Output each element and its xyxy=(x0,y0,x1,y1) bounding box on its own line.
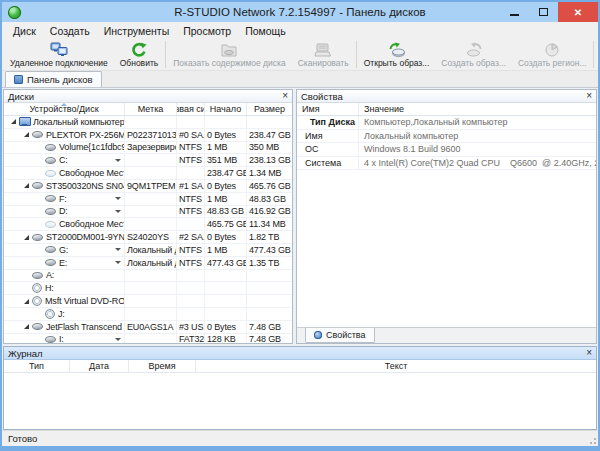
table-row[interactable]: JetFlash Transcend 8GB ...EU0AGS1A#3 US.… xyxy=(4,321,292,334)
close-icon[interactable]: × xyxy=(586,91,592,101)
chevron-down-icon[interactable] xyxy=(115,261,121,264)
toolbar-button: Показать содержимое диска xyxy=(167,40,291,70)
menu-item[interactable]: Просмотр xyxy=(176,23,238,39)
label-cell xyxy=(124,154,176,166)
resize-grip[interactable] xyxy=(587,435,596,444)
chevron-down-icon[interactable] xyxy=(115,248,121,251)
size-cell: 11.34 MB xyxy=(246,218,292,230)
label-cell xyxy=(124,308,176,320)
close-icon[interactable]: × xyxy=(586,348,592,358)
table-row[interactable]: I:FAT32128 KB7.48 GB xyxy=(4,334,292,343)
table-row[interactable]: C:NTFS351 MB238.13 GB xyxy=(4,154,292,167)
column-header[interactable]: звая си xyxy=(176,103,204,115)
filesystem-cell: NTFS xyxy=(176,206,204,218)
log-column-header[interactable]: Время xyxy=(129,360,196,372)
table-row[interactable]: Свободное Место25465.75 GB11.34 MB xyxy=(4,218,292,231)
refresh-icon xyxy=(131,41,147,58)
toolbar-button-label: Создать образ... xyxy=(441,58,506,68)
column-header[interactable]: Метка xyxy=(124,103,176,115)
property-row: ОСWindows 8.1 Build 9600 xyxy=(297,143,596,157)
toolbar-button[interactable]: Создать виртуальный RAID xyxy=(595,40,600,70)
device-name: Свободное Место22 xyxy=(59,168,124,178)
column-name[interactable]: Имя xyxy=(297,103,358,115)
titlebar: R-STUDIO Network 7.2.154997 - Панель дис… xyxy=(2,2,598,22)
start-cell xyxy=(204,308,246,320)
menu-item[interactable]: Создать xyxy=(43,23,97,39)
tab-strip: Панель дисков xyxy=(2,71,598,88)
table-row[interactable]: H: xyxy=(4,282,292,295)
label-cell xyxy=(124,206,176,218)
filesystem-cell: NTFS xyxy=(176,244,204,256)
table-row[interactable]: J: xyxy=(4,308,292,321)
column-value[interactable]: Значение xyxy=(358,103,596,115)
label-cell: EU0AGS1A xyxy=(124,321,176,333)
expander[interactable] xyxy=(21,183,32,188)
toolbar-button[interactable]: Открыть образ... xyxy=(358,40,436,70)
minimize-icon xyxy=(510,14,519,16)
property-row: Тип ДискаКомпьютер,Локальный компьютер xyxy=(297,116,596,130)
toolbar-button[interactable]: Обновить xyxy=(114,40,165,70)
filesystem-cell: #2 SA... xyxy=(176,231,204,243)
filesystem-cell: NTFS xyxy=(176,257,204,269)
toolbar-button-label: Сканировать xyxy=(298,58,349,68)
chevron-down-icon[interactable] xyxy=(115,210,121,213)
cd-icon xyxy=(32,283,42,293)
table-row[interactable]: D:NTFS48.83 GB416.92 GB xyxy=(4,206,292,219)
device-cell: Свободное Место25 xyxy=(4,218,124,230)
table-row[interactable]: E:Локальный д...NTFS477.43 GB1.35 TB xyxy=(4,257,292,270)
column-header[interactable]: Устройство/Диск xyxy=(4,103,124,115)
table-row[interactable]: PLEXTOR PX-256M5Pro ...P02237101359#0 SA… xyxy=(4,129,292,142)
column-header[interactable]: Начало xyxy=(204,103,246,115)
table-row[interactable]: Локальный компьютер xyxy=(4,116,292,129)
maximize-button[interactable] xyxy=(529,2,558,22)
table-row[interactable]: ST2000DM001-9YN164 ...S24020YS#2 SA...0 … xyxy=(4,231,292,244)
size-cell: 1.35 TB xyxy=(246,257,292,269)
property-name: Имя xyxy=(297,130,358,143)
hdd-icon xyxy=(45,259,56,266)
size-cell: 1.34 MB xyxy=(246,167,292,179)
device-cell: C: xyxy=(4,154,124,166)
start-cell xyxy=(204,295,246,307)
filesystem-cell: NTFS xyxy=(176,193,204,205)
tab-disk-panel[interactable]: Панель дисков xyxy=(5,71,102,87)
table-row[interactable]: Msft Virtual DVD-ROM 1.0 xyxy=(4,295,292,308)
start-cell xyxy=(204,270,246,282)
toolbar-button[interactable]: Удаленное подключение xyxy=(4,40,114,70)
start-cell: 1 MB xyxy=(204,244,246,256)
log-column-header[interactable]: Тип xyxy=(4,360,70,372)
chevron-down-icon[interactable] xyxy=(115,338,121,341)
column-header[interactable]: Размер xyxy=(246,103,292,115)
minimize-button[interactable] xyxy=(500,2,529,22)
menu-item[interactable]: Помощь xyxy=(238,23,293,39)
table-row[interactable]: ST3500320NS SN049QM1TPEM#1 SA...0 Bytes4… xyxy=(4,180,292,193)
size-cell xyxy=(246,270,292,282)
filesystem-cell: NTFS xyxy=(176,154,204,166)
table-row[interactable]: G:Локальный д...NTFS1 MB477.43 GB xyxy=(4,244,292,257)
tab-properties[interactable]: Свойства xyxy=(305,328,375,343)
menu-item[interactable]: Инструменты xyxy=(97,23,176,39)
log-column-header[interactable]: Текст xyxy=(196,360,596,372)
expander[interactable] xyxy=(21,324,32,329)
table-row[interactable]: A: xyxy=(4,270,292,283)
table-row[interactable]: Свободное Место22238.47 GB1.34 MB xyxy=(4,167,292,180)
hdd-icon xyxy=(45,208,56,215)
expanded-triangle-icon xyxy=(24,183,29,188)
property-name: ОС xyxy=(297,143,358,156)
expander[interactable] xyxy=(21,299,32,304)
filesystem-cell: #1 SA... xyxy=(176,180,204,192)
table-row[interactable]: Volume{1c1fdbc9-7...Зарезервиров...NTFS1… xyxy=(4,142,292,155)
expander[interactable] xyxy=(21,132,32,137)
device-name: H: xyxy=(45,283,54,293)
device-name: ST3500320NS SN04 xyxy=(46,181,124,191)
menu-item[interactable]: Диск xyxy=(6,23,43,39)
close-button[interactable]: ✕ xyxy=(558,2,598,22)
create-region-icon xyxy=(544,41,560,58)
start-cell: 1 MB xyxy=(204,142,246,154)
expander[interactable] xyxy=(21,235,32,240)
chevron-down-icon[interactable] xyxy=(115,159,121,162)
chevron-down-icon[interactable] xyxy=(115,197,121,200)
close-icon[interactable]: × xyxy=(282,91,288,101)
expander[interactable] xyxy=(8,119,19,124)
table-row[interactable]: F:NTFS1 MB48.83 GB xyxy=(4,193,292,206)
log-column-header[interactable]: Дата xyxy=(70,360,129,372)
